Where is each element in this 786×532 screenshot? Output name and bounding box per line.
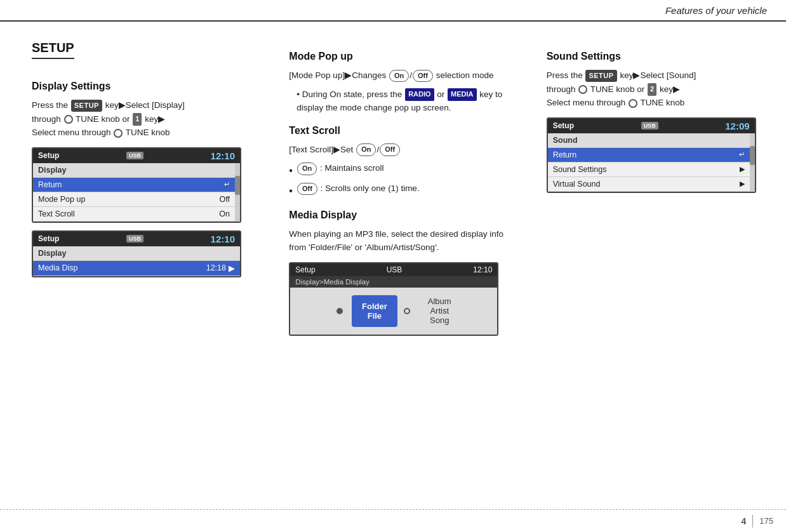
- folder-option-selected: Folder File: [352, 295, 397, 327]
- mode-popup-desc: [Mode Pop up]▶Changes On/Off selection m…: [289, 69, 510, 83]
- screen1-row3: Mode Pop up Off: [33, 192, 235, 207]
- footer-page-number: 175: [759, 516, 773, 526]
- sound-settings-title: Sound Settings: [547, 51, 768, 62]
- sound-row2: Return ↵: [548, 148, 750, 163]
- sound-row4-arrow: ▶: [740, 180, 745, 188]
- screen2: Setup USB 12:10 Display Media Disp 12:18…: [32, 230, 241, 277]
- folder-body: Folder File Album Artist Song: [290, 288, 497, 335]
- screen1-scrollbar-thumb: [235, 176, 240, 195]
- sound-screen-setup: Setup: [553, 121, 574, 130]
- sound-row3-arrow: ▶: [740, 165, 745, 173]
- screen2-row2: Media Disp 12:18 ▶: [33, 261, 240, 276]
- header: Features of your vehicle: [0, 0, 786, 22]
- return-icon: ↵: [224, 180, 230, 189]
- bullet2-content: Off : Scrolls only one (1) time.: [296, 182, 420, 196]
- sound-scrollbar: [750, 133, 755, 192]
- screen1-row2: Return ↵: [33, 178, 235, 192]
- screen1: Setup USB 12:10 Display Return ↵ Mode Po…: [32, 147, 241, 223]
- text-scroll-desc: [Text Scroll]▶Set On/Off: [289, 143, 510, 157]
- screen2-time: 12:10: [211, 234, 235, 244]
- sound-settings-body: Press the SETUP key▶Select [Sound] throu…: [547, 69, 768, 110]
- screen1-setup-label: Setup: [38, 151, 59, 160]
- album-line3: Song: [428, 316, 451, 325]
- sound-screen-rows: Sound Return ↵ Sound Settings ▶ Virtual …: [548, 133, 750, 192]
- media-display-desc: When playing an MP3 file, select the des…: [289, 227, 510, 255]
- sound-scrollbar-thumb: [750, 146, 755, 165]
- text-scroll-bullet2: • Off : Scrolls only one (1) time.: [289, 182, 510, 199]
- media-display-title: Media Display: [289, 209, 510, 221]
- footer: 4 175: [0, 509, 786, 532]
- right-column: Sound Settings Press the SETUP key▶Selec…: [529, 22, 786, 509]
- text-scroll-bullets: • On : Maintains scroll • Off : Scrolls …: [289, 161, 510, 199]
- radio-badge: RADIO: [405, 88, 434, 101]
- sound-screen-body: Sound Return ↵ Sound Settings ▶ Virtual …: [548, 133, 755, 192]
- sound-screen-time: 12:09: [725, 121, 749, 131]
- bullet1-content: On : Maintains scroll: [296, 161, 384, 175]
- media-badge: MEDIA: [448, 88, 476, 101]
- on-badge-mode: On: [389, 70, 409, 83]
- sound-screen-header: Setup USB 12:09: [548, 119, 755, 133]
- sound-return-icon: ↵: [739, 150, 745, 159]
- tune-knob2-icon: [114, 129, 123, 138]
- album-line1: Album: [428, 296, 451, 306]
- footer-divider: [752, 515, 753, 528]
- setup-section-title: SETUP: [32, 41, 74, 59]
- sound-tune-icon: [578, 85, 587, 94]
- on-badge-b1: On: [297, 163, 317, 175]
- mode-popup-title: Mode Pop up: [289, 51, 510, 62]
- on-badge-scroll: On: [356, 143, 376, 156]
- off-badge-scroll: Off: [380, 143, 400, 156]
- album-line2: Artist: [428, 306, 451, 316]
- off-badge-b2: Off: [297, 183, 317, 196]
- tune-knob-icon: [64, 115, 73, 124]
- folder-setup-label: Setup: [295, 265, 315, 274]
- display-settings-title: Display Settings: [32, 81, 253, 92]
- sound-screen-usb: USB: [641, 122, 658, 130]
- folder-header: Setup USB 12:10: [290, 263, 497, 276]
- folder-option-line2: File: [368, 311, 382, 321]
- album-radio-empty: [404, 308, 410, 314]
- folder-usb-badge: USB: [387, 265, 403, 274]
- header-title: Features of your vehicle: [665, 5, 767, 16]
- screen1-row1: Display: [33, 163, 235, 178]
- screen-media-display: Setup USB 12:10 Display>Media Display Fo…: [289, 262, 498, 336]
- screen-sound: Setup USB 12:09 Sound Return ↵ Sound Set…: [547, 117, 756, 193]
- footer-chapter: 4: [742, 516, 747, 526]
- folder-radio-filled: [336, 308, 343, 314]
- screen2-setup-label: Setup: [38, 234, 59, 243]
- screen1-body: Display Return ↵ Mode Pop up Off Text Sc…: [33, 163, 240, 222]
- mid-column: Mode Pop up [Mode Pop up]▶Changes On/Off…: [271, 22, 528, 509]
- sound-row4: Virtual Sound ▶: [548, 177, 750, 192]
- bullet-dot2: •: [289, 183, 293, 199]
- screen1-rows: Display Return ↵ Mode Pop up Off Text Sc…: [33, 163, 235, 222]
- screen1-header: Setup USB 12:10: [33, 149, 240, 163]
- mode-popup-bullet: • During On state, press the RADIO or ME…: [289, 88, 510, 115]
- screen2-usb-badge: USB: [126, 235, 143, 243]
- sound-tune2-icon: [629, 99, 637, 108]
- footer-page: 4 175: [742, 515, 774, 528]
- text-scroll-bullet1: • On : Maintains scroll: [289, 161, 510, 179]
- screen2-body: Display Media Disp 12:18 ▶: [33, 246, 240, 276]
- sound-row1: Sound: [548, 133, 750, 148]
- sound-setup-badge: SETUP: [585, 70, 616, 83]
- screen1-row4: Text Scroll On: [33, 207, 235, 222]
- screen1-usb-badge: USB: [126, 152, 143, 159]
- display-settings-body: Press the SETUP key▶Select [Display] thr…: [32, 98, 253, 140]
- key1-badge: 1: [133, 113, 142, 126]
- folder-subheader: Display>Media Display: [290, 276, 497, 288]
- folder-option-unselected: Album Artist Song: [428, 296, 451, 325]
- text-scroll-title: Text Scroll: [289, 125, 510, 136]
- left-column: SETUP Display Settings Press the SETUP k…: [0, 22, 271, 509]
- folder-option-line1: Folder: [362, 302, 387, 311]
- bullet-dot1: •: [289, 163, 293, 179]
- screen2-row1: Display: [33, 246, 240, 261]
- sound-row3: Sound Settings ▶: [548, 163, 750, 177]
- sound-key2-badge: 2: [648, 83, 656, 96]
- screen2-header: Setup USB 12:10: [33, 232, 240, 246]
- screen1-time: 12:10: [211, 150, 235, 161]
- screen2-row2-right: 12:18 ▶: [206, 263, 235, 273]
- main-content: SETUP Display Settings Press the SETUP k…: [0, 22, 786, 509]
- folder-time: 12:10: [473, 265, 492, 274]
- screen1-scrollbar: [235, 163, 240, 222]
- off-badge-mode: Off: [413, 70, 433, 83]
